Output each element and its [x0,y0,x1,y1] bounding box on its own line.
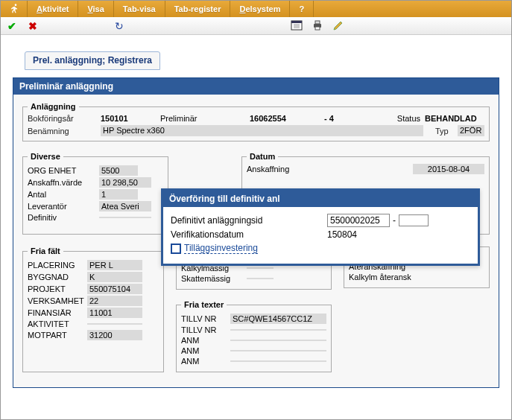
menu-help[interactable]: ? [290,1,314,17]
cancel-button[interactable]: ✖ [26,19,39,33]
panel-title: Preliminär anläggning [13,78,499,95]
value-anl-sub: - 4 [324,114,347,123]
dialog-title[interactable]: Överföring till definitiv anl [163,191,478,207]
value-finansiar[interactable]: 11001 [87,308,142,318]
value-tillv-nr-2[interactable] [230,329,326,331]
legend-fria-falt: Fria fält [28,246,63,255]
value-anskaffning[interactable]: 2015-08-04 [413,164,484,174]
menu-delsystem[interactable]: Delsystem [230,1,290,17]
pencil-icon [332,19,344,33]
value-leverantor[interactable]: Atea Sveri [99,201,151,211]
fieldset-fria-texter: Fria texter TILLV NRSC#QWE14567CC1Z TILL… [176,300,332,372]
value-verksamhet[interactable]: 22 [87,296,142,306]
value-benamning[interactable]: HP Spectre x360 [101,125,423,136]
legend-anlaggning: Anläggning [28,102,79,111]
value-anskaffn-varde[interactable]: 10 298,50 [99,177,151,188]
value-org-enhet[interactable]: 5500 [99,165,138,176]
label-benamning: Benämning [28,127,101,136]
calendar-button[interactable] [290,19,303,33]
label-leverantor: Leverantör [28,202,99,211]
breadcrumb-area: Prel. anläggning; Registrera [1,35,511,70]
fieldset-anlaggning: Anläggning Bokföringsår 150101 Preliminä… [22,102,490,141]
legend-datum: Datum [247,152,278,161]
label-projekt: PROJEKT [28,284,87,293]
confirm-button[interactable]: ✔ [5,19,19,33]
edit-button[interactable] [332,19,345,33]
label-motpart: MOTPART [28,331,87,340]
breadcrumb[interactable]: Prel. anläggning; Registrera [25,51,160,70]
value-byggnad[interactable]: K [87,272,142,282]
value-status: BEHANDLAD [425,114,484,123]
label-tillv-nr-2: TILLV NR [181,325,230,334]
label-anm-3: ANM [181,357,230,366]
value-verifikationsdatum[interactable]: 150804 [327,229,357,240]
value-tillv-nr-1[interactable]: SC#QWE14567CC1Z [230,314,326,324]
app-icon[interactable] [1,1,28,17]
value-definitiv[interactable] [99,217,151,218]
input-definitivt-id-ext[interactable] [399,214,429,226]
label-antal: Antal [28,190,99,199]
fieldset-diverse: Diverse ORG ENHET5500 Anskaffn.värde10 2… [22,152,168,235]
menu-aktivitet[interactable]: Aktivitet [28,1,78,17]
label-anm-2: ANM [181,346,230,355]
legend-diverse: Diverse [28,152,63,161]
label-verifikationsdatum: Verifikationsdatum [171,229,327,240]
value-anm-1[interactable] [230,340,326,341]
svg-rect-6 [315,21,320,24]
label-status: Status [373,114,425,123]
label-definitiv: Definitiv [28,213,99,222]
separator-dash: - [390,215,399,226]
label-kalkylm-ateransk: Kalkylm återansk [349,273,431,281]
value-aktivitet[interactable] [87,323,142,325]
label-finansiar: FINANSIÄR [28,308,87,317]
label-org-enhet: ORG ENHET [28,166,99,175]
menu-tab-visa[interactable]: Tab-visa [114,1,165,17]
label-typ: Typ [435,127,458,136]
checkbox-tillaggsinvestering[interactable] [171,244,181,254]
print-icon [312,19,323,33]
value-anl-id: 16062554 [250,114,324,123]
value-preliminar: Preliminär [160,114,250,123]
menubar: Aktivitet Visa Tab-visa Tab-register Del… [1,1,511,17]
value-skattemassig[interactable] [247,278,274,279]
menu-tab-register[interactable]: Tab-register [165,1,231,17]
value-placering[interactable]: PER L [87,260,142,270]
value-kalkylmassig[interactable] [247,267,274,269]
label-verksamhet: VERKSAMHET [28,296,87,305]
label-anm-1: ANM [181,336,230,345]
dialog-overforing: Överföring till definitiv anl Definitivt… [161,188,480,266]
label-definitivt-id: Definitivt anläggningsid [171,215,327,226]
value-typ: 2FÖR [458,125,484,136]
value-ateranskaffning[interactable] [431,266,484,267]
x-icon: ✖ [28,20,37,32]
print-button[interactable] [311,19,324,33]
label-tillaggsinvestering[interactable]: Tilläggsinvestering [184,243,258,254]
toolbar: ✔ ✖ ↻ [1,17,511,35]
legend-fria-texter: Fria texter [181,300,227,309]
label-skattemassig: Skattemässig [181,274,247,283]
value-kalkylm-ateransk[interactable] [431,276,484,278]
label-aktivitet: AKTIVITET [28,319,87,328]
value-projekt[interactable]: 550075104 [87,284,142,294]
label-byggnad: BYGGNAD [28,273,87,281]
label-anskaffning: Anskaffning [247,165,315,174]
value-motpart[interactable]: 31200 [87,330,142,340]
fieldset-fria-falt: Fria fält PLACERINGPER L BYGGNADK PROJEK… [22,246,164,372]
label-placering: PLACERING [28,261,87,270]
svg-rect-1 [291,21,302,23]
check-icon: ✔ [7,20,16,32]
value-antal[interactable]: 1 [99,189,138,200]
value-anm-3[interactable] [230,360,326,362]
menu-visa[interactable]: Visa [78,1,113,17]
svg-rect-7 [315,27,320,30]
input-definitivt-id[interactable]: 5500002025 [327,214,390,227]
label-anskaffn-varde: Anskaffn.värde [28,178,99,187]
label-tillv-nr-1: TILLV NR [181,314,230,323]
label-bokforingsar: Bokföringsår [28,114,101,123]
value-anm-2[interactable] [230,350,326,351]
value-bokforingsar: 150101 [101,114,160,123]
refresh-button[interactable]: ↻ [113,19,126,33]
refresh-icon: ↻ [115,20,124,32]
calendar-icon [291,19,303,33]
